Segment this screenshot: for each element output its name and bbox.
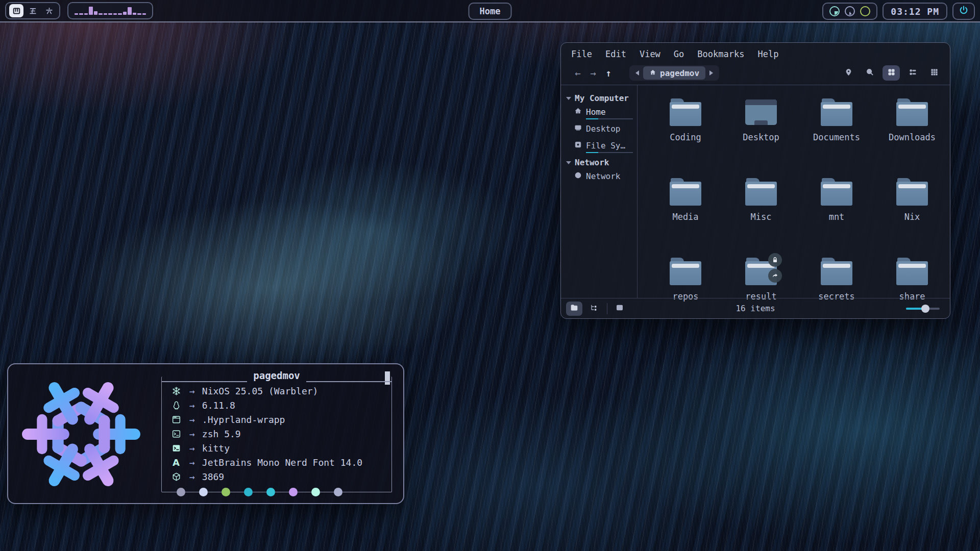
viz-bar-13 bbox=[133, 13, 136, 15]
file-item-misc[interactable]: Misc bbox=[725, 175, 797, 255]
palette-dot-6 bbox=[289, 488, 298, 496]
audio-visualizer bbox=[67, 2, 153, 19]
menu-help[interactable]: Help bbox=[757, 49, 778, 59]
gauge-1-fill bbox=[831, 8, 838, 15]
sidebar-section-my-computer: My ComputerHomeDesktopFile Sy… bbox=[566, 93, 634, 152]
nixos-icon bbox=[170, 386, 182, 396]
fetch-hostname: pagedmov bbox=[253, 370, 300, 381]
fetch-row-packages: →3869 bbox=[170, 469, 391, 484]
folder-icon-strip bbox=[672, 105, 699, 109]
location-pin-button[interactable] bbox=[840, 65, 857, 81]
icons-view-toggle[interactable] bbox=[566, 302, 582, 316]
active-window-title[interactable]: Home bbox=[469, 3, 512, 20]
workspace-3[interactable] bbox=[42, 4, 56, 17]
back-button[interactable]: ← bbox=[570, 67, 585, 79]
clock-text: 03:12 PM bbox=[891, 6, 939, 17]
grid-view-button[interactable] bbox=[883, 65, 900, 81]
sidebar-item-filesy[interactable]: File Sy… bbox=[574, 141, 634, 152]
workspace-2[interactable] bbox=[26, 4, 40, 17]
palette-dot-7 bbox=[311, 488, 320, 496]
desktop-icon-topbar bbox=[745, 99, 777, 105]
zoom-slider[interactable] bbox=[906, 305, 940, 313]
fetch-row-shell: →zsh 5.9 bbox=[170, 427, 391, 441]
fetch-row-wm: →.Hyprland-wrapp bbox=[170, 412, 391, 427]
network-icon bbox=[574, 171, 582, 181]
menu-go[interactable]: Go bbox=[674, 49, 684, 59]
viz-bar-9 bbox=[113, 13, 117, 15]
fetch-value: .Hyprland-wrapp bbox=[202, 414, 285, 425]
desktop-icon-dock bbox=[754, 120, 768, 125]
nixos-logo bbox=[19, 372, 143, 496]
power-button[interactable] bbox=[952, 3, 975, 20]
sidebar-item-desktop[interactable]: Desktop bbox=[574, 124, 634, 135]
slider-knob[interactable] bbox=[921, 305, 929, 313]
frame-line-right bbox=[306, 381, 391, 382]
palette-dot-1 bbox=[177, 488, 185, 496]
breadcrumb-current[interactable]: pagedmov bbox=[643, 66, 705, 80]
fetch-value: 6.11.8 bbox=[202, 400, 235, 411]
sidebar-header-network[interactable]: Network bbox=[566, 158, 634, 167]
sidebar-item-network[interactable]: Network bbox=[574, 171, 634, 183]
folder-icon-strip bbox=[898, 105, 926, 109]
forward-button[interactable]: → bbox=[585, 67, 601, 79]
folder-icon-strip bbox=[898, 264, 926, 268]
breadcrumb-back-icon[interactable] bbox=[635, 70, 639, 76]
workspace-1[interactable] bbox=[9, 4, 23, 17]
side-pane-icon bbox=[616, 304, 624, 314]
file-item-documents[interactable]: Documents bbox=[801, 95, 872, 175]
home-icon bbox=[574, 107, 582, 117]
power-icon bbox=[959, 5, 969, 17]
fetch-value: zsh 5.9 bbox=[202, 429, 241, 439]
collapse-triangle-icon bbox=[566, 161, 571, 164]
file-label: Downloads bbox=[889, 132, 936, 142]
compact-view-button[interactable] bbox=[925, 65, 943, 81]
file-item-media[interactable]: Media bbox=[650, 175, 721, 255]
breadcrumb-forward-icon[interactable] bbox=[709, 70, 713, 76]
search-button[interactable] bbox=[861, 65, 878, 81]
palette-dot-4 bbox=[244, 488, 253, 496]
file-item-nix[interactable]: Nix bbox=[876, 175, 948, 255]
folder-icon bbox=[896, 258, 928, 285]
list-view-button[interactable] bbox=[904, 65, 921, 81]
menu-view[interactable]: View bbox=[640, 49, 660, 59]
window-content: My ComputerHomeDesktopFile Sy…NetworkNet… bbox=[561, 85, 950, 298]
folder-icon-strip bbox=[898, 184, 926, 188]
file-label: Documents bbox=[813, 132, 860, 142]
menu-bookmarks[interactable]: Bookmarks bbox=[697, 49, 744, 59]
folder-icon bbox=[821, 178, 852, 206]
kernel-icon bbox=[170, 400, 182, 410]
viz-bar-1 bbox=[75, 13, 78, 15]
frame-line-left bbox=[162, 381, 247, 382]
menu-edit[interactable]: Edit bbox=[605, 49, 626, 59]
file-item-coding[interactable]: Coding bbox=[650, 95, 721, 175]
file-item-desktop[interactable]: Desktop bbox=[725, 95, 797, 175]
fetch-value: kitty bbox=[202, 443, 230, 454]
arrow-icon: → bbox=[189, 400, 195, 411]
sidebar-item-label: Network bbox=[586, 171, 620, 181]
file-item-downloads[interactable]: Downloads bbox=[876, 95, 948, 175]
file-label: Media bbox=[672, 212, 698, 222]
arrow-icon: → bbox=[189, 471, 195, 482]
items-count: 16 items bbox=[736, 304, 775, 313]
lock-emblem-icon bbox=[768, 253, 782, 267]
gauge-3 bbox=[860, 6, 870, 16]
palette-dot-3 bbox=[222, 488, 230, 496]
menu-file[interactable]: File bbox=[571, 49, 592, 59]
folder-icon-strip bbox=[672, 264, 699, 268]
gauge-1 bbox=[829, 6, 840, 16]
side-pane-toggle[interactable] bbox=[611, 302, 628, 316]
terminal-icon bbox=[170, 443, 182, 453]
location-pin-icon bbox=[844, 68, 853, 79]
gauge-2 bbox=[845, 6, 855, 16]
tree-view-toggle[interactable] bbox=[585, 302, 602, 316]
sidebar-section-network: NetworkNetwork bbox=[566, 158, 634, 183]
sidebar-header-label: Network bbox=[575, 158, 609, 167]
viz-bar-5 bbox=[94, 11, 97, 15]
desktop-icon bbox=[745, 98, 777, 126]
up-button[interactable]: ↑ bbox=[601, 67, 616, 79]
menu-bar: FileEditViewGoBookmarksHelp bbox=[561, 43, 950, 62]
file-item-mnt[interactable]: mnt bbox=[801, 175, 872, 255]
sidebar-header-my-computer[interactable]: My Computer bbox=[566, 93, 634, 103]
folder-icon bbox=[745, 258, 777, 285]
sidebar-item-home[interactable]: Home bbox=[574, 107, 634, 118]
